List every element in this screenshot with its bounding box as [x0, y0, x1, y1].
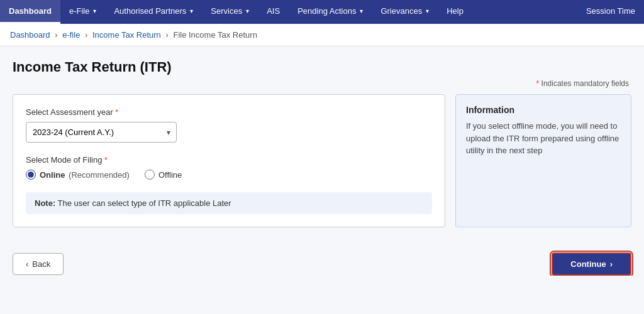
- assessment-year-select[interactable]: 2023-24 (Current A.Y.) 2022-23 2021-22: [26, 122, 177, 143]
- nav-item-dashboard[interactable]: Dashboard: [0, 0, 60, 24]
- breadcrumb-efile[interactable]: e-file: [62, 30, 80, 40]
- back-arrow-icon: ‹: [26, 259, 28, 269]
- assessment-year-label: Select Assessment year *: [26, 107, 432, 117]
- mode-online-label: Online (Recommended): [40, 170, 130, 180]
- info-card-title: Information: [466, 105, 621, 115]
- continue-button[interactable]: Continue ›: [552, 252, 631, 276]
- back-button[interactable]: ‹ Back: [13, 253, 64, 275]
- nav-item-services[interactable]: Services ▾: [202, 0, 258, 24]
- mode-offline-radio[interactable]: [145, 170, 155, 180]
- breadcrumb-current: File Income Tax Return: [173, 30, 257, 40]
- mode-online-radio[interactable]: [26, 170, 36, 180]
- nav-item-authorised-partners[interactable]: Authorised Partners ▾: [105, 0, 202, 24]
- chevron-down-icon: ▾: [190, 8, 193, 14]
- chevron-down-icon: ▾: [426, 8, 429, 14]
- mode-online-option[interactable]: Online (Recommended): [26, 170, 130, 180]
- nav-item-grievances[interactable]: Grievances ▾: [372, 0, 438, 24]
- nav-item-efile[interactable]: e-File ▾: [60, 0, 106, 24]
- nav-item-help[interactable]: Help: [438, 0, 472, 24]
- chevron-down-icon: ▾: [360, 8, 363, 14]
- info-card: Information If you select offline mode, …: [455, 94, 631, 227]
- assessment-year-select-wrapper: 2023-24 (Current A.Y.) 2022-23 2021-22 ▾: [26, 122, 177, 143]
- mode-offline-label: Offline: [158, 170, 182, 180]
- mode-radio-group: Online (Recommended) Offline: [26, 170, 432, 180]
- continue-arrow-icon: ›: [610, 259, 613, 269]
- note-box: Note: The user can select type of ITR ap…: [26, 192, 432, 214]
- form-card: Select Assessment year * 2023-24 (Curren…: [13, 94, 445, 227]
- bottom-bar: ‹ Back Continue ›: [0, 240, 644, 276]
- breadcrumb-dashboard[interactable]: Dashboard: [10, 30, 50, 40]
- main-content: Income Tax Return (ITR) * Indicates mand…: [0, 46, 644, 240]
- mandatory-note: * Indicates mandatory fields: [13, 79, 631, 88]
- nav-item-session-time[interactable]: Session Time: [577, 0, 644, 24]
- nav-item-ais[interactable]: AIS: [258, 0, 289, 24]
- breadcrumb: Dashboard › e-file › Income Tax Return ›…: [0, 24, 644, 46]
- content-row: Select Assessment year * 2023-24 (Curren…: [13, 94, 631, 227]
- breadcrumb-income-tax-return[interactable]: Income Tax Return: [92, 30, 161, 40]
- chevron-down-icon: ▾: [93, 8, 96, 14]
- mode-label: Select Mode of Filing *: [26, 155, 432, 165]
- main-nav: Dashboard e-File ▾ Authorised Partners ▾…: [0, 0, 644, 24]
- chevron-down-icon: ▾: [246, 8, 249, 14]
- nav-item-pending-actions[interactable]: Pending Actions ▾: [289, 0, 372, 24]
- page-title: Income Tax Return (ITR): [13, 59, 631, 75]
- info-card-text: If you select offline mode, you will nee…: [466, 120, 621, 157]
- mode-offline-option[interactable]: Offline: [145, 170, 182, 180]
